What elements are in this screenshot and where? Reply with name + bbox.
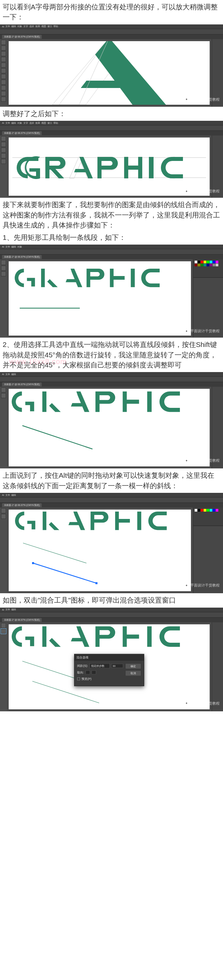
ai-tools-panel[interactable] <box>0 508 7 593</box>
tool-pen[interactable] <box>1 148 6 153</box>
tool-blend[interactable] <box>1 629 6 634</box>
ai-tools-panel[interactable] <box>0 622 7 711</box>
ai-tabbar[interactable]: 未标题-1* @ 66.67% (CMYK/预览) <box>0 382 223 387</box>
tool-type[interactable] <box>1 153 6 158</box>
menu-edit[interactable]: 编辑 <box>11 25 16 28</box>
ai-tabbar[interactable]: 未标题-1* @ 66.67% (CMYK/预览) <box>0 618 223 622</box>
doc-tab[interactable]: 未标题-1* @ 66.67% (CMYK/预览) <box>2 503 42 507</box>
ai-property-bar[interactable] <box>0 377 223 382</box>
tool-selection[interactable] <box>1 387 6 393</box>
menu-object[interactable]: 对象 <box>17 121 22 125</box>
menu-file[interactable]: 文件 <box>5 25 10 28</box>
blend-options-dialog[interactable]: 混合选项 间距(S): 指定的步数 30 取向: <box>74 654 144 686</box>
menu-file[interactable]: 文件 <box>5 121 10 125</box>
menu-view[interactable]: 视图 <box>41 121 46 125</box>
doc-tab[interactable]: 未标题-1* @ 66.67% (CMYK/预览) <box>2 618 42 622</box>
tool-line[interactable] <box>1 62 6 68</box>
menu-effect[interactable]: 效果 <box>35 121 40 125</box>
menu-file[interactable]: 文件 <box>5 608 10 611</box>
ai-menubar[interactable]: Ai 文件 编辑 <box>0 493 223 498</box>
tool-selection[interactable] <box>1 136 6 141</box>
cancel-button[interactable]: 取消 <box>125 670 141 676</box>
tool-direct[interactable] <box>1 393 6 398</box>
ai-property-bar[interactable] <box>0 29 223 35</box>
tool-selection[interactable] <box>1 40 6 45</box>
tool-direct[interactable] <box>1 46 6 51</box>
ai-tools-panel[interactable] <box>0 135 7 198</box>
ai-canvas[interactable] <box>9 261 191 336</box>
ai-canvas[interactable] <box>9 137 210 196</box>
ai-property-bar[interactable] <box>0 249 223 255</box>
ai-tools-panel[interactable] <box>0 259 7 337</box>
ai-tools-panel[interactable] <box>0 39 7 107</box>
ai-tabbar[interactable]: 未标题-1* @ 66.67% (CMYK/预览) <box>0 503 223 508</box>
menu-view[interactable]: 视图 <box>41 25 46 28</box>
tool-scale[interactable] <box>1 91 6 96</box>
tool-rotate[interactable] <box>1 85 6 90</box>
ai-canvas[interactable] <box>9 389 210 466</box>
tool-brush[interactable] <box>1 74 6 79</box>
preview-checkbox[interactable] <box>77 677 80 680</box>
orient-align-path[interactable] <box>92 670 96 675</box>
doc-tab[interactable]: 未标题-1* @ 66.67% (CMYK/预览) <box>2 35 42 39</box>
doc-tab[interactable]: 未标题-1* @ 66.67% (CMYK/预览) <box>2 382 42 387</box>
ai-menubar[interactable]: Ai 文件 编辑 <box>0 608 223 612</box>
ai-property-bar[interactable] <box>0 498 223 503</box>
menu-edit[interactable]: 编辑 <box>11 121 16 125</box>
ai-canvas[interactable]: 混合选项 间距(S): 指定的步数 30 取向: <box>9 624 210 709</box>
ai-canvas[interactable] <box>9 509 191 591</box>
ai-menubar[interactable]: Ai 文件 编辑 对象 文字 选择 效果 视图 窗口 帮助 <box>0 121 223 126</box>
menu-effect[interactable]: 效果 <box>35 25 40 28</box>
tool-blend[interactable] <box>1 97 6 102</box>
menu-file[interactable]: 文件 <box>5 493 10 497</box>
ai-right-panel[interactable] <box>212 387 223 468</box>
ai-right-panel-wide[interactable] <box>193 259 223 337</box>
menu-select[interactable]: 选择 <box>29 121 34 125</box>
steps-input[interactable]: 30 <box>111 663 123 668</box>
orient-align-page[interactable] <box>85 670 90 675</box>
tool-selection[interactable] <box>1 623 6 628</box>
menu-type[interactable]: 文字 <box>24 25 28 28</box>
ai-menubar[interactable]: Ai 文件 编辑 对象 <box>0 245 223 249</box>
ai-tabbar[interactable]: 未标题-1* @ 66.67% (CMYK/预览) <box>0 35 223 39</box>
menu-file[interactable]: 文件 <box>5 373 10 376</box>
menu-edit[interactable]: 编辑 <box>11 245 16 248</box>
menu-window[interactable]: 窗口 <box>47 25 52 28</box>
menu-help[interactable]: 帮助 <box>54 25 58 28</box>
swatches-panel[interactable] <box>193 508 223 526</box>
ai-right-panel[interactable] <box>212 39 223 107</box>
tool-rect[interactable] <box>1 266 6 271</box>
tool-selection[interactable] <box>1 260 6 265</box>
menu-object[interactable]: 对象 <box>17 245 22 248</box>
menu-window[interactable]: 窗口 <box>47 121 52 125</box>
ai-right-panel[interactable] <box>212 622 223 711</box>
tool-pen[interactable] <box>1 51 6 56</box>
menu-file[interactable]: 文件 <box>5 245 10 248</box>
tool-line[interactable] <box>1 271 6 276</box>
menu-edit[interactable]: 编辑 <box>11 373 16 376</box>
ok-button[interactable]: 确定 <box>125 663 141 669</box>
doc-tab[interactable]: 未标题-1* @ 66.67% (CMYK/预览) <box>2 131 42 135</box>
menu-type[interactable]: 文字 <box>24 121 28 125</box>
swatches-panel[interactable] <box>193 259 223 278</box>
menu-edit[interactable]: 编辑 <box>11 608 16 611</box>
tool-selection[interactable] <box>1 508 6 513</box>
ai-menubar[interactable]: Ai 文件 编辑 对象 文字 选择 效果 视图 窗口 帮助 <box>0 24 223 29</box>
tool-type[interactable] <box>1 57 6 62</box>
doc-tab[interactable]: 未标题-1* @ 66.67% (CMYK/预览) <box>2 255 42 259</box>
ai-tabbar[interactable]: 未标题-1* @ 66.67% (CMYK/预览) <box>0 255 223 259</box>
ai-property-bar[interactable] <box>0 126 223 131</box>
tool-rect[interactable] <box>1 68 6 73</box>
tool-direct[interactable] <box>1 142 6 147</box>
menu-edit[interactable]: 编辑 <box>11 493 16 497</box>
spacing-select[interactable]: 指定的步数 <box>90 663 110 668</box>
tool-pencil[interactable] <box>1 80 6 85</box>
menu-object[interactable]: 对象 <box>17 25 22 28</box>
menu-select[interactable]: 选择 <box>29 25 34 28</box>
ai-tabbar[interactable]: 未标题-1* @ 66.67% (CMYK/预览) <box>0 131 223 135</box>
menu-help[interactable]: 帮助 <box>54 121 58 125</box>
tool-direct[interactable] <box>1 514 6 519</box>
ai-right-panel-wide[interactable] <box>193 508 223 593</box>
ai-canvas[interactable] <box>9 41 210 105</box>
ai-tools-panel[interactable] <box>0 387 7 468</box>
